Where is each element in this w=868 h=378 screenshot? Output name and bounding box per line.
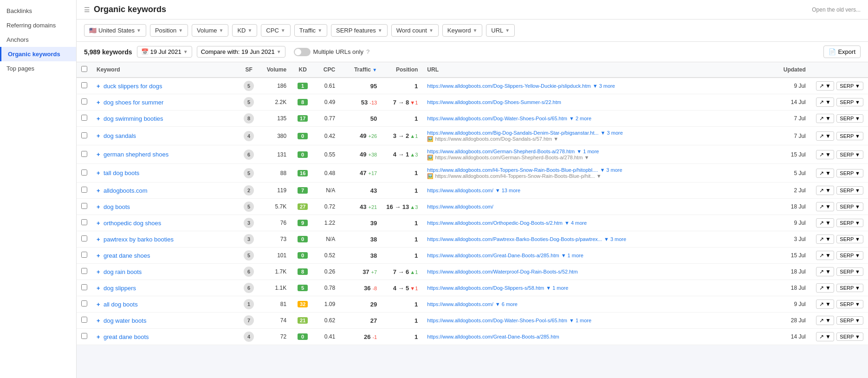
sidebar-item-referring-domains[interactable]: Referring domains xyxy=(0,18,76,33)
serp-features-filter[interactable]: SERP features ▼ xyxy=(331,24,388,37)
url-more-link[interactable]: ▼ 3 more xyxy=(593,83,615,89)
row-checkbox[interactable] xyxy=(81,98,87,104)
expand-icon[interactable]: + xyxy=(97,151,100,158)
serp-button[interactable]: SERP ▼ xyxy=(836,219,863,227)
url-link[interactable]: https://www.alldogboots.com/ xyxy=(427,204,493,209)
keyword-link[interactable]: dog slippers xyxy=(104,285,136,292)
keyword-link[interactable]: pawtrexx by barko booties xyxy=(104,236,174,243)
url-more-link[interactable]: ▼ 1 more xyxy=(569,318,591,323)
url-more-link[interactable]: ▼ 3 more xyxy=(600,167,622,173)
row-checkbox[interactable] xyxy=(81,268,87,274)
sidebar-item-organic-keywords[interactable]: Organic keywords xyxy=(0,47,76,61)
traffic-filter[interactable]: Traffic ▼ xyxy=(294,24,327,37)
expand-icon[interactable]: + xyxy=(97,203,100,210)
trend-button[interactable]: ↗ ▼ xyxy=(816,235,834,244)
url-link[interactable]: https://www.alldogboots.com/Pawtrexx-Bar… xyxy=(427,236,602,242)
row-checkbox[interactable] xyxy=(81,115,87,121)
expand-icon[interactable]: + xyxy=(97,115,100,122)
row-checkbox[interactable] xyxy=(81,252,87,258)
url-link[interactable]: https://www.alldogboots.com/Dog-Slippers… xyxy=(427,83,590,89)
serp-button[interactable]: SERP ▼ xyxy=(836,98,863,106)
volume-filter[interactable]: Volume ▼ xyxy=(192,24,228,37)
url-link[interactable]: https://www.alldogboots.com/Great-Dane-B… xyxy=(427,253,559,258)
keyword-link[interactable]: dog rain boots xyxy=(104,268,142,275)
url-link[interactable]: https://www.alldogboots.com/Waterproof-D… xyxy=(427,269,577,274)
open-old-version[interactable]: Open the old vers... xyxy=(812,7,861,13)
kd-filter[interactable]: KD ▼ xyxy=(232,24,257,37)
expand-icon[interactable]: + xyxy=(97,268,100,275)
sidebar-item-top-pages[interactable]: Top pages xyxy=(0,61,76,76)
url-more-link[interactable]: ▼ 1 more xyxy=(577,149,599,154)
keyword-link[interactable]: alldogboots.com xyxy=(104,187,148,194)
keyword-link[interactable]: dog swimming booties xyxy=(104,115,163,122)
position-filter[interactable]: Position ▼ xyxy=(150,24,188,37)
expand-icon[interactable]: + xyxy=(97,301,100,308)
compare-button[interactable]: Compare with: 19 Jun 2021 ▼ xyxy=(197,46,285,58)
serp-button[interactable]: SERP ▼ xyxy=(836,169,863,177)
trend-button[interactable]: ↗ ▼ xyxy=(816,131,834,141)
url-link[interactable]: https://www.alldogboots.com/German-Sheph… xyxy=(427,149,575,154)
trend-button[interactable]: ↗ ▼ xyxy=(816,169,834,178)
date-picker[interactable]: 📅 19 Jul 2021 ▼ xyxy=(137,46,192,58)
url-link[interactable]: https://www.alldogboots.com/Dog-Slippers… xyxy=(427,285,544,291)
serp-button[interactable]: SERP ▼ xyxy=(836,150,863,159)
row-checkbox[interactable] xyxy=(81,235,87,241)
url-more-link[interactable]: ▼ 2 more xyxy=(569,116,591,121)
expand-icon[interactable]: + xyxy=(97,252,100,259)
multiple-urls-toggle[interactable] xyxy=(294,48,311,56)
export-button[interactable]: 📄 Export xyxy=(823,46,861,58)
serp-button[interactable]: SERP ▼ xyxy=(836,235,863,243)
url-more-link[interactable]: ▼ 1 more xyxy=(561,253,583,258)
keyword-link[interactable]: great dane shoes xyxy=(104,252,150,259)
expand-icon[interactable]: + xyxy=(97,285,100,292)
trend-button[interactable]: ↗ ▼ xyxy=(816,300,834,309)
hamburger-icon[interactable]: ☰ xyxy=(84,6,90,13)
trend-button[interactable]: ↗ ▼ xyxy=(816,114,834,123)
trend-button[interactable]: ↗ ▼ xyxy=(816,218,834,228)
trend-button[interactable]: ↗ ▼ xyxy=(816,150,834,159)
keyword-link[interactable]: duck slippers for dogs xyxy=(104,83,162,90)
serp-button[interactable]: SERP ▼ xyxy=(836,82,863,90)
url-link[interactable]: https://www.alldogboots.com/Dog-Water-Sh… xyxy=(427,318,567,323)
url-link[interactable]: https://www.alldogboots.com/Dog-Shoes-Su… xyxy=(427,99,561,105)
keyword-link[interactable]: dog boots xyxy=(104,203,130,210)
row-checkbox[interactable] xyxy=(81,300,87,306)
keyword-filter[interactable]: Keyword ▼ xyxy=(442,24,482,37)
trend-button[interactable]: ↗ ▼ xyxy=(816,98,834,107)
url-link[interactable]: https://www.alldogboots.com/Orthopedic-D… xyxy=(427,220,563,226)
serp-button[interactable]: SERP ▼ xyxy=(836,186,863,195)
keyword-link[interactable]: dog sandals xyxy=(104,132,136,139)
expand-icon[interactable]: + xyxy=(97,99,100,106)
trend-button[interactable]: ↗ ▼ xyxy=(816,251,834,260)
expand-icon[interactable]: + xyxy=(97,236,100,243)
row-checkbox[interactable] xyxy=(81,317,87,323)
serp-button[interactable]: SERP ▼ xyxy=(836,114,863,123)
expand-icon[interactable]: + xyxy=(97,169,100,176)
url-link[interactable]: https://www.alldogboots.com/Big-Dog-Sand… xyxy=(427,130,598,136)
trend-button[interactable]: ↗ ▼ xyxy=(816,283,834,293)
row-checkbox[interactable] xyxy=(81,169,87,176)
row-checkbox[interactable] xyxy=(81,333,87,339)
keyword-link[interactable]: tall dog boots xyxy=(104,169,139,176)
url-link[interactable]: https://www.alldogboots.com/Hi-Toppers-S… xyxy=(427,167,598,173)
serp-button[interactable]: SERP ▼ xyxy=(836,300,863,308)
trend-button[interactable]: ↗ ▼ xyxy=(816,186,834,195)
select-all-checkbox[interactable] xyxy=(81,66,87,72)
url-filter[interactable]: URL ▼ xyxy=(486,24,515,37)
sidebar-item-anchors[interactable]: Anchors xyxy=(0,33,76,47)
keyword-link[interactable]: orthopedic dog shoes xyxy=(104,220,161,227)
keyword-link[interactable]: dog shoes for summer xyxy=(104,99,163,106)
url-more-link[interactable]: ▼ 3 more xyxy=(604,236,626,242)
trend-button[interactable]: ↗ ▼ xyxy=(816,316,834,325)
url-more-link[interactable]: ▼ 4 more xyxy=(564,220,587,226)
url-more-link[interactable]: ▼ 6 more xyxy=(495,301,518,307)
row-checkbox[interactable] xyxy=(81,82,87,88)
row-checkbox[interactable] xyxy=(81,151,87,157)
row-checkbox[interactable] xyxy=(81,219,87,225)
url-link[interactable]: https://www.alldogboots.com/ xyxy=(427,188,493,193)
serp-button[interactable]: SERP ▼ xyxy=(836,284,863,292)
cpc-filter[interactable]: CPC ▼ xyxy=(261,24,290,37)
sidebar-item-backlinks[interactable]: Backlinks xyxy=(0,4,76,18)
expand-icon[interactable]: + xyxy=(97,333,100,340)
serp-button[interactable]: SERP ▼ xyxy=(836,202,863,211)
